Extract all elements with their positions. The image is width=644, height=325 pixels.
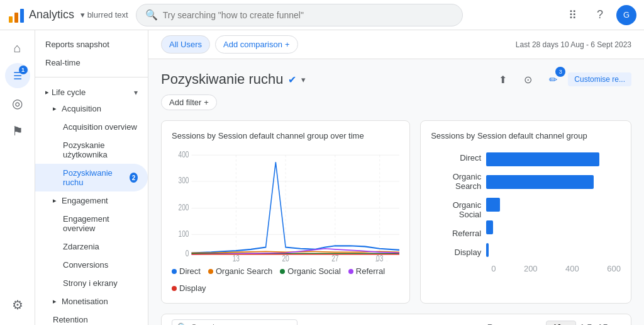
sidebar-item-strony[interactable]: Strony i ekrany	[35, 274, 148, 292]
topbar-actions: ⠿ ? G	[561, 4, 636, 26]
sidebar-item-label: Acquisition overview	[63, 122, 137, 132]
nav-explore-btn[interactable]: ◎	[5, 91, 30, 116]
sidebar-item-label: Retention	[53, 315, 88, 324]
bar-fill-referral	[486, 220, 493, 234]
charts-row: Sessions by Session default channel grou…	[161, 120, 631, 304]
sidebar-item-realtime[interactable]: Real-time	[35, 54, 148, 72]
avatar[interactable]: G	[616, 5, 636, 25]
legend-label-display: Display	[179, 283, 206, 293]
acquisition-badge: 2	[130, 173, 138, 183]
add-filter-label: Add filter	[169, 98, 201, 107]
property-name: ▾ blurred text	[80, 10, 128, 20]
svg-rect-0	[9, 16, 13, 23]
bar-label-organic-social: Organic Social	[431, 200, 481, 219]
date-range: Last 28 days 10 Aug - 6 Sept 2023	[516, 40, 631, 49]
sidebar-item-label: Real-time	[45, 58, 80, 67]
sidebar-item-reports-snapshot[interactable]: Reports snapshot	[35, 35, 148, 54]
nav-home-btn[interactable]: ⌂	[5, 35, 30, 60]
title-actions: ⬆ ⊙ ✏ 3 Customise re...	[492, 69, 631, 89]
nav-bottom: ⚙	[5, 292, 30, 325]
sidebar-item-label: Engagement overview	[63, 214, 138, 233]
sidebar-section-lifecycle[interactable]: ▸ Life cycle ▾	[35, 83, 148, 100]
bar-display	[486, 243, 621, 257]
table-search-input[interactable]	[191, 322, 292, 325]
help-icon-btn[interactable]: ?	[589, 4, 611, 26]
legend-label-referral: Referral	[356, 266, 385, 276]
add-filter-icon: +	[204, 98, 209, 107]
svg-text:Aug: Aug	[232, 259, 243, 261]
pencil-btn-wrap: ✏ 3	[543, 69, 563, 89]
sidebar-item-engagement-group[interactable]: ▸ Engagement	[35, 191, 148, 210]
bar-direct	[486, 152, 621, 166]
export-icon-btn[interactable]: ⊙	[518, 69, 538, 89]
add-filter-btn[interactable]: Add filter +	[161, 94, 217, 110]
bar-chart-area: Direct Organic Search Organic Social Ref…	[431, 148, 621, 261]
legend-organic-social: Organic Social	[280, 266, 341, 276]
bar-x-400: 400	[565, 264, 579, 273]
all-users-label: All Users	[169, 40, 202, 49]
sidebar-item-label: Reports snapshot	[45, 40, 109, 49]
bar-x-200: 200	[524, 264, 538, 273]
page-content: Pozyskiwanie ruchu ✔ ▾ ⬆ ⊙ ✏ 3 Customise…	[148, 59, 644, 325]
bar-label-direct: Direct	[431, 153, 481, 162]
rows-per-page-select[interactable]: 10 25 50	[546, 321, 576, 326]
bar-x-600: 600	[607, 264, 621, 273]
page-info: 1-7 of 7	[580, 322, 608, 325]
customise-badge[interactable]: Customise re...	[568, 72, 631, 86]
add-filter-row: Add filter +	[161, 94, 631, 110]
search-bar[interactable]: 🔍	[136, 4, 463, 26]
title-dropdown-icon[interactable]: ▾	[301, 75, 306, 84]
topbar: Analytics ▾ blurred text 🔍 ⠿ ? G	[0, 0, 644, 30]
sidebar-item-monetisation[interactable]: ▸ Monetisation	[35, 292, 148, 311]
nav-advertising-btn[interactable]: ⚑	[5, 118, 30, 144]
verified-icon: ✔	[288, 74, 296, 86]
all-users-chip[interactable]: All Users	[161, 35, 210, 54]
sidebar-item-label: Pozyskiwanie ruchu	[63, 168, 122, 187]
bar-x-0: 0	[491, 264, 496, 273]
app-title: Analytics	[29, 8, 74, 21]
nav-icons: ⌂ ☰ 1 ◎ ⚑ ⚙	[0, 30, 35, 325]
legend-dot-direct	[172, 269, 177, 274]
sidebar-section-label: Life cycle	[52, 88, 86, 97]
reports-badge: 1	[19, 66, 28, 74]
bar-label-referral: Referral	[431, 229, 481, 238]
sidebar: Reports snapshot Real-time ▸ Life cycle …	[35, 30, 148, 325]
sidebar-item-acquisition-overview[interactable]: Acquisition overview	[35, 118, 148, 136]
add-comparison-btn[interactable]: Add comparison +	[215, 35, 298, 54]
bar-label-display: Display	[431, 248, 481, 257]
nav-settings-btn[interactable]: ⚙	[5, 292, 30, 317]
bar-organic-social	[486, 198, 621, 212]
share-icon-btn[interactable]: ⬆	[492, 69, 513, 89]
sidebar-item-retention[interactable]: Retention	[35, 311, 148, 325]
sidebar-item-acquisition-group[interactable]: ▸ Acquisition	[35, 100, 148, 118]
prev-page-btn[interactable]: ‹	[611, 322, 614, 325]
legend-label-organic-search: Organic Search	[216, 266, 272, 276]
nav-reports-btn[interactable]: ☰ 1	[5, 63, 30, 88]
sidebar-item-zdarzenia[interactable]: Zdarzenia	[35, 237, 148, 256]
sidebar-item-user-acquisition[interactable]: Pozyskanie użytkownika	[35, 136, 148, 164]
svg-text:300: 300	[178, 176, 189, 186]
sidebar-item-label: Engagement	[62, 196, 108, 205]
next-page-btn[interactable]: ›	[618, 322, 621, 325]
legend-label-direct: Direct	[179, 266, 201, 276]
sidebar-item-traffic-acquisition[interactable]: Pozyskiwanie ruchu 2	[35, 164, 148, 191]
apps-icon-btn[interactable]: ⠿	[561, 4, 584, 26]
plus-icon: +	[285, 40, 290, 49]
table-search-bar[interactable]: 🔍	[172, 319, 297, 325]
sidebar-item-conversions[interactable]: Conversions	[35, 256, 148, 274]
sidebar-item-label: Conversions	[63, 260, 108, 270]
legend-dot-organic-search	[208, 269, 213, 274]
sidebar-item-engagement-overview[interactable]: Engagement overview	[35, 210, 148, 237]
svg-text:400: 400	[178, 149, 189, 159]
legend-label-organic-social: Organic Social	[287, 266, 341, 276]
bar-x-labels: 0 200 400 600	[491, 264, 621, 273]
sidebar-item-label: Pozyskanie użytkownika	[63, 140, 138, 159]
bar-label-organic-search: Organic Search	[431, 172, 481, 191]
legend-direct: Direct	[172, 266, 201, 276]
svg-rect-1	[14, 13, 18, 23]
search-icon: 🔍	[177, 322, 187, 325]
search-input[interactable]	[163, 10, 453, 20]
svg-text:0: 0	[186, 248, 189, 258]
legend-dot-referral	[348, 269, 353, 274]
sidebar-item-label: Acquisition	[62, 104, 101, 113]
